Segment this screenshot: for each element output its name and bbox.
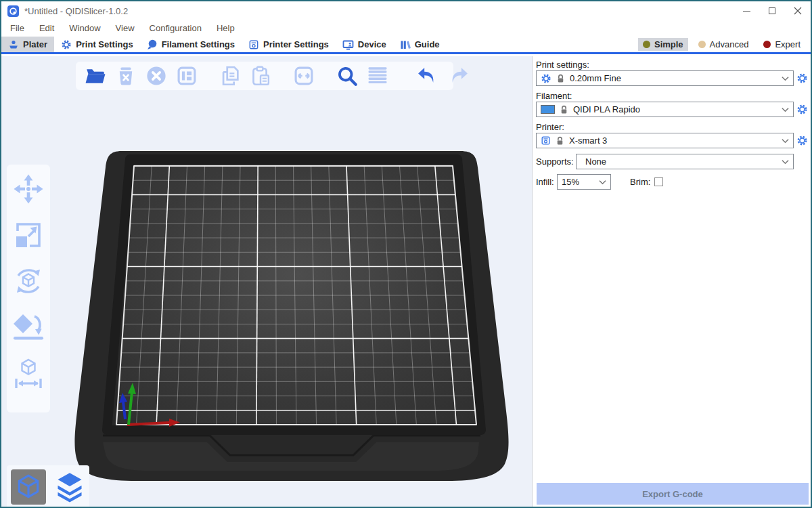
tab-filament-settings[interactable]: Filament Settings (140, 37, 242, 52)
tab-label: Guide (415, 39, 440, 49)
place-on-face-tool-button[interactable] (12, 311, 45, 343)
tab-plater[interactable]: Plater (1, 37, 54, 52)
search-button[interactable] (336, 64, 359, 87)
mode-selector: Simple Advanced Expert (638, 37, 805, 52)
close-icon (794, 7, 802, 15)
expert-dot-icon (763, 41, 771, 48)
menu-view[interactable]: View (108, 20, 142, 37)
simple-dot-icon (643, 41, 650, 48)
redo-button[interactable] (447, 64, 470, 87)
printer-combo[interactable]: X-smart 3 (536, 133, 794, 148)
delete-button[interactable] (114, 64, 137, 87)
edit-filament-button[interactable] (796, 104, 808, 115)
maximize-button[interactable] (759, 1, 785, 20)
menu-help[interactable]: Help (209, 20, 242, 37)
mode-label: Simple (654, 39, 683, 49)
menu-bar: File Edit Window View Configuration Help (1, 20, 811, 37)
supports-label: Supports: (536, 156, 576, 167)
chevron-down-icon (782, 76, 789, 81)
infill-value: 15% (562, 177, 579, 187)
print-bed (1, 56, 532, 507)
tab-guide[interactable]: Guide (393, 37, 447, 52)
edit-print-settings-button[interactable] (796, 72, 808, 84)
device-icon (342, 39, 354, 50)
cube-3d-icon (14, 473, 43, 501)
maximize-icon (769, 7, 775, 14)
export-gcode-button[interactable]: Export G-code (537, 483, 809, 505)
chevron-down-icon (782, 138, 789, 144)
title-bar[interactable]: *Untitled - QIDISlicer-1.0.2 (1, 1, 811, 20)
gear-icon (541, 73, 551, 84)
mode-advanced[interactable]: Advanced (694, 38, 754, 51)
view-mode-toggles (7, 465, 89, 507)
chevron-down-icon (782, 159, 789, 165)
3d-editor-view-button[interactable] (11, 469, 46, 505)
plater-icon (8, 39, 19, 50)
tab-label: Printer Settings (263, 39, 329, 49)
sidebar: Print settings: 0.20mm Fine Filament: (532, 56, 811, 507)
undo-button[interactable] (416, 64, 439, 87)
supports-combo[interactable]: None (576, 154, 794, 169)
advanced-dot-icon (698, 41, 706, 48)
tab-print-settings[interactable]: Print Settings (54, 37, 140, 52)
printer-icon (541, 135, 551, 146)
app-logo-icon (7, 5, 19, 17)
app-window: *Untitled - QIDISlicer-1.0.2 File Edit W… (0, 0, 812, 508)
arrange-button[interactable] (175, 64, 198, 87)
copy-button[interactable] (219, 64, 242, 87)
edit-printer-button[interactable] (796, 135, 808, 146)
menu-edit[interactable]: Edit (32, 20, 62, 37)
printer-icon (248, 39, 259, 50)
minimize-icon (743, 11, 750, 12)
print-settings-combo[interactable]: 0.20mm Fine (536, 70, 794, 86)
filament-combo[interactable]: QIDI PLA Rapido (536, 102, 794, 117)
window-title: *Untitled - QIDISlicer-1.0.2 (24, 6, 128, 16)
open-file-button[interactable] (84, 64, 107, 87)
3d-viewport[interactable] (1, 56, 532, 507)
minimize-button[interactable] (734, 1, 759, 20)
move-tool-button[interactable] (12, 173, 45, 205)
close-button[interactable] (785, 1, 811, 20)
tab-label: Plater (23, 39, 47, 49)
mode-label: Advanced (710, 39, 749, 49)
filament-icon (147, 39, 158, 50)
lock-icon (556, 136, 564, 146)
print-settings-label: Print settings: (536, 59, 808, 70)
left-toolbar (7, 165, 50, 412)
measure-tool-button[interactable] (12, 357, 45, 389)
preview-view-button[interactable] (53, 469, 87, 505)
lock-icon (556, 74, 565, 83)
filament-value: QIDI PLA Rapido (573, 104, 640, 114)
infill-combo[interactable]: 15% (557, 174, 611, 190)
brim-checkbox[interactable] (654, 177, 663, 186)
lock-icon (560, 105, 568, 114)
split-objects-button[interactable] (292, 64, 315, 87)
filament-color-swatch (541, 105, 555, 114)
delete-all-button[interactable] (145, 64, 168, 87)
printer-value: X-smart 3 (569, 135, 607, 146)
variable-layer-height-button[interactable] (366, 64, 389, 87)
tab-device[interactable]: Device (336, 37, 393, 52)
scale-tool-button[interactable] (12, 219, 45, 251)
brim-label: Brim: (630, 177, 650, 187)
mode-label: Expert (775, 39, 800, 49)
tab-printer-settings[interactable]: Printer Settings (242, 37, 336, 52)
paste-button[interactable] (249, 64, 272, 87)
chevron-down-icon (599, 179, 606, 185)
mode-simple[interactable]: Simple (638, 38, 688, 51)
printer-label: Printer: (536, 121, 808, 133)
gear-icon (61, 39, 72, 50)
print-settings-value: 0.20mm Fine (570, 73, 621, 83)
chevron-down-icon (782, 107, 789, 112)
tab-label: Print Settings (76, 39, 133, 49)
infill-label: Infill: (536, 176, 557, 188)
menu-window[interactable]: Window (62, 20, 108, 37)
rotate-tool-button[interactable] (12, 265, 45, 297)
tab-label: Filament Settings (162, 39, 235, 49)
guide-icon (400, 39, 411, 50)
tab-bar: Plater Print Settings Filament Settings … (1, 37, 811, 54)
menu-configuration[interactable]: Configuration (142, 20, 209, 37)
supports-value: None (585, 156, 606, 167)
menu-file[interactable]: File (3, 20, 32, 37)
mode-expert[interactable]: Expert (759, 38, 805, 51)
